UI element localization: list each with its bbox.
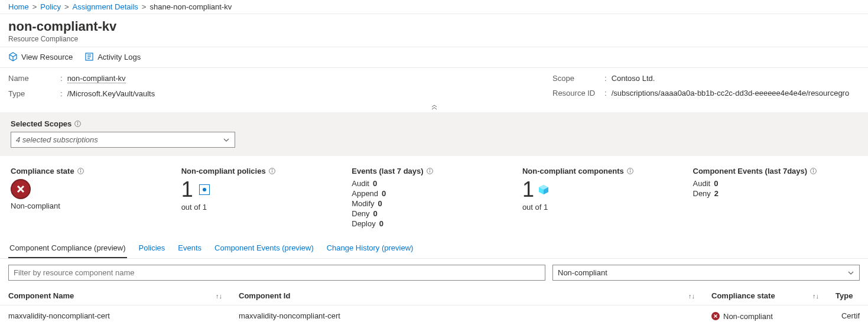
- stat-events-title: Events (last 7 days): [352, 167, 423, 175]
- components-table: Component Name ↑↓ Component Id ↑↓ Compli…: [0, 287, 868, 322]
- cell-component-name: maxvalidity-noncompliant-cert: [0, 305, 230, 323]
- svg-point-17: [430, 170, 430, 170]
- activity-log-icon: [84, 52, 94, 61]
- svg-point-20: [630, 170, 630, 170]
- properties-left: Name : non-compliant-kv Type : /Microsof…: [8, 74, 529, 98]
- svg-point-6: [77, 122, 78, 123]
- cube-icon: [538, 184, 550, 196]
- filter-compliance-value: Non-compliant: [558, 268, 607, 277]
- properties-section: Name : non-compliant-kv Type : /Microsof…: [0, 68, 868, 103]
- filter-bar: Non-compliant: [0, 259, 868, 283]
- table-row[interactable]: maxvalidity-noncompliant-cert maxvalidit…: [0, 305, 868, 323]
- noncompliant-badge-icon: [711, 312, 720, 320]
- stat-noncomp-policies-value: 1: [181, 179, 193, 200]
- stat-compliance-state: Compliance state Non-compliant: [11, 167, 164, 229]
- noncompliant-icon: [11, 179, 31, 199]
- activity-logs-label: Activity Logs: [97, 53, 141, 61]
- property-scope-value: Contoso Ltd.: [612, 74, 655, 83]
- breadcrumb-home[interactable]: Home: [8, 2, 29, 11]
- info-icon[interactable]: [810, 167, 817, 175]
- view-resource-label: View Resource: [21, 53, 73, 61]
- stat-compliance-value: Non-compliant: [11, 201, 164, 210]
- sort-icon[interactable]: ↑↓: [812, 292, 819, 300]
- properties-right: Scope : Contoso Ltd. Resource ID : /subs…: [552, 74, 860, 98]
- property-scope: Scope : Contoso Ltd.: [552, 74, 860, 83]
- property-scope-label: Scope: [552, 74, 600, 83]
- svg-point-14: [272, 170, 272, 170]
- page-subtitle: Resource Compliance: [8, 35, 860, 43]
- col-compliance-state[interactable]: Compliance state ↑↓: [703, 287, 827, 305]
- col-type[interactable]: Type: [827, 287, 868, 305]
- sort-icon[interactable]: ↑↓: [216, 292, 222, 300]
- stats-section: Compliance state Non-compliant Non-compl…: [0, 156, 868, 238]
- page-header: non-compliant-kv Resource Compliance: [0, 14, 868, 47]
- svg-point-9: [80, 170, 81, 170]
- property-type-value: /Microsoft.KeyVault/vaults: [67, 89, 155, 98]
- stat-noncomp-policies-title: Non-compliant policies: [181, 167, 266, 175]
- stat-noncomp-components-value: 1: [522, 179, 534, 200]
- policy-icon: [199, 184, 210, 195]
- stat-noncomp-policies-caption: out of 1: [181, 203, 334, 212]
- page-title: non-compliant-kv: [8, 19, 860, 34]
- svg-point-26: [813, 170, 814, 170]
- info-icon[interactable]: [426, 167, 434, 175]
- chevron-right-icon: >: [64, 2, 69, 11]
- tab-policies[interactable]: Policies: [138, 238, 167, 258]
- property-name: Name : non-compliant-kv: [8, 74, 529, 83]
- selected-scopes-title: Selected Scopes: [11, 119, 857, 128]
- tab-change-history[interactable]: Change History (preview): [326, 238, 415, 258]
- scope-dropdown[interactable]: 4 selected subscriptions: [11, 132, 235, 148]
- filter-name-input[interactable]: [8, 265, 545, 281]
- chevron-down-icon: [847, 269, 854, 277]
- sort-icon[interactable]: ↑↓: [688, 292, 695, 300]
- cell-type: Certif: [827, 305, 868, 323]
- view-resource-button[interactable]: View Resource: [8, 52, 73, 61]
- breadcrumb-policy[interactable]: Policy: [40, 2, 61, 11]
- stat-noncomp-components-title: Non-compliant components: [522, 167, 624, 175]
- selected-scopes-section: Selected Scopes 4 selected subscriptions: [0, 112, 868, 156]
- stat-noncomp-components-caption: out of 1: [522, 203, 675, 212]
- col-component-name[interactable]: Component Name ↑↓: [0, 287, 230, 305]
- property-name-label: Name: [8, 74, 56, 83]
- activity-logs-button[interactable]: Activity Logs: [84, 52, 141, 61]
- tab-events[interactable]: Events: [177, 238, 203, 258]
- property-resid-label: Resource ID: [552, 89, 600, 97]
- stat-noncomp-policies: Non-compliant policies 1 out of 1: [181, 167, 334, 229]
- col-component-id[interactable]: Component Id ↑↓: [230, 287, 703, 305]
- toolbar: View Resource Activity Logs: [0, 47, 868, 68]
- tab-component-events[interactable]: Component Events (preview): [213, 238, 315, 258]
- property-resid-value: /subscriptions/aaaa0a0a-bb1b-cc2c-dd3d-e…: [612, 89, 850, 97]
- info-icon[interactable]: [74, 120, 82, 128]
- stat-component-events-title: Component Events (last 7days): [693, 167, 808, 175]
- property-type-label: Type: [8, 89, 56, 98]
- info-icon[interactable]: [77, 167, 84, 175]
- info-icon[interactable]: [268, 167, 276, 175]
- chevron-double-up-icon: [430, 104, 438, 110]
- stat-noncomp-components: Non-compliant components 1 out of 1: [522, 167, 675, 229]
- cell-compliance-state: Non-compliant: [703, 305, 827, 323]
- cell-component-id: maxvalidity-noncompliant-cert: [230, 305, 703, 323]
- property-resource-id: Resource ID : /subscriptions/aaaa0a0a-bb…: [552, 89, 860, 97]
- breadcrumb-assignment-details[interactable]: Assignment Details: [73, 2, 138, 11]
- breadcrumb: Home > Policy > Assignment Details > sha…: [0, 0, 868, 14]
- stat-compliance-title: Compliance state: [11, 167, 74, 175]
- stat-component-events: Component Events (last 7days) Audit 0 De…: [693, 167, 858, 229]
- cube-outline-icon: [8, 52, 18, 61]
- breadcrumb-current: shane-non-compliant-kv: [149, 2, 232, 11]
- filter-compliance-dropdown[interactable]: Non-compliant: [552, 265, 860, 281]
- property-name-value[interactable]: non-compliant-kv: [67, 74, 126, 83]
- collapse-toggle[interactable]: [0, 103, 868, 112]
- chevron-right-icon: >: [142, 2, 147, 11]
- property-type: Type : /Microsoft.KeyVault/vaults: [8, 89, 529, 98]
- chevron-right-icon: >: [32, 2, 37, 11]
- tabs: Component Compliance (preview) Policies …: [0, 238, 868, 259]
- scope-dropdown-value: 4 selected subscriptions: [16, 135, 98, 144]
- tab-component-compliance[interactable]: Component Compliance (preview): [8, 238, 127, 258]
- info-icon[interactable]: [626, 167, 634, 175]
- chevron-down-icon: [223, 136, 230, 144]
- stat-events: Events (last 7 days) Audit 0 Append 0 Mo…: [352, 167, 505, 229]
